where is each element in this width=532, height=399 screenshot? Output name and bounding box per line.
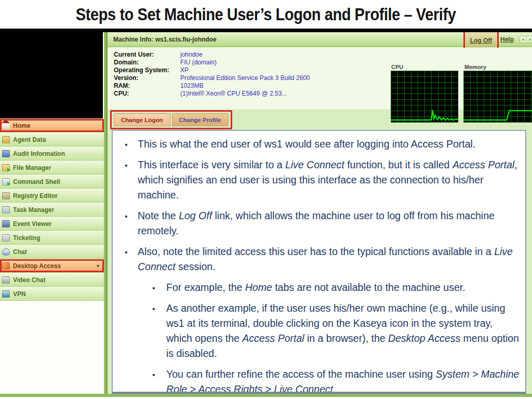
audit-information-icon [2, 150, 10, 157]
sidebar-item-label: Ticketing [13, 234, 40, 242]
sidebar-item-label: Task Manager [13, 206, 54, 214]
sidebar-item-event-viewer[interactable]: Event Viewer [0, 217, 104, 231]
cpu-graph-label: CPU [391, 64, 403, 70]
sidebar-item-command-shell[interactable]: Command Shell [0, 175, 104, 189]
sidebar-item-desktop-access[interactable]: Desktop Access▾ [0, 259, 104, 273]
cpu-usage-graph [391, 71, 458, 123]
sidebar-item-chat[interactable]: Chat [0, 245, 104, 259]
task-manager-icon [2, 206, 10, 214]
help-link[interactable]: Help [500, 36, 514, 43]
machine-detail-label: Current User: [114, 51, 180, 59]
blacked-out-logo-region [0, 32, 103, 118]
sidebar-item-registry-editor[interactable]: Registry Editor [0, 189, 104, 203]
page-title: Steps to Set Machine User’s Logon and Pr… [0, 1, 532, 28]
machine-detail-value: johndoe [180, 51, 203, 59]
note-bullet: For example, the Home tabs are not avail… [113, 280, 525, 295]
note-bullet: This interface is very similar to a Live… [113, 157, 525, 203]
sidebar-item-label: Desktop Access [13, 262, 61, 270]
title-separator [0, 29, 532, 32]
tab-change-profile[interactable]: Change Profile [172, 113, 229, 126]
sidebar-item-label: Video Chat [13, 276, 45, 284]
machine-detail-row: Domain:FIU (domain) [114, 59, 310, 66]
collapse-up-button[interactable]: « [526, 36, 532, 43]
note-bullet: As another example, if the user uses his… [113, 301, 525, 361]
machine-detail-row: RAM:1023MB [114, 82, 310, 90]
machine-detail-value: (1)Intel® Xeon® CPU E5649 @ 2.53... [180, 90, 287, 98]
sidebar-item-label: Chat [13, 248, 27, 256]
sidebar-divider [104, 32, 108, 394]
video-chat-icon [2, 276, 10, 284]
bottom-border [0, 394, 532, 397]
notes-list: This is what the end user of ws1 would s… [113, 137, 525, 394]
sidebar-item-label: Audit Information [13, 150, 65, 157]
machine-info-bar: Machine Info: ws1.scis.fiu-johndoe Log O… [108, 32, 532, 47]
sidebar-item-label: Registry Editor [13, 192, 58, 200]
machine-detail-value: XP [180, 66, 189, 74]
machine-detail-row: Operating System:XP [114, 66, 310, 74]
portal-tabs: Change LogonChange Profile [114, 113, 229, 126]
machine-info-title: Machine Info: ws1.scis.fiu-johndoe [108, 36, 217, 43]
machine-detail-value: Professional Edition Service Pack 3 Buil… [180, 74, 310, 82]
machine-detail-value: FIU (domain) [180, 59, 217, 66]
sidebar-item-label: VPN [13, 290, 26, 298]
desktop-access-icon [2, 262, 10, 270]
machine-detail-row: Version:Professional Edition Service Pac… [114, 74, 310, 82]
sidebar-item-task-manager[interactable]: Task Manager [0, 203, 104, 217]
annotation-box-tabs: Change LogonChange Profile [110, 110, 232, 129]
machine-detail-row: CPU:(1)Intel® Xeon® CPU E5649 @ 2.53... [114, 90, 310, 98]
machine-detail-value: 1023MB [180, 82, 204, 90]
event-viewer-icon [2, 220, 10, 228]
tab-change-logon[interactable]: Change Logon [114, 113, 170, 126]
ticketing-icon [2, 234, 10, 242]
machine-detail-label: Domain: [114, 59, 180, 66]
note-bullet: Note the Log Off link, which allows the … [113, 208, 525, 238]
chat-icon [2, 248, 10, 256]
machine-detail-label: Version: [114, 74, 180, 82]
sidebar-item-ticketing[interactable]: Ticketing [0, 231, 104, 245]
file-manager-icon [2, 164, 10, 171]
chevron-left-icon: « [522, 37, 524, 42]
memory-usage-graph [463, 71, 532, 123]
sidebar-item-vpn[interactable]: VPN [0, 287, 104, 301]
sidebar-item-file-manager[interactable]: File Manager [0, 161, 104, 175]
memory-graph-label: Memory [464, 64, 486, 70]
log-off-link[interactable]: Log Off [470, 37, 493, 44]
agent-data-icon [2, 136, 10, 143]
machine-info-panel: Current User:johndoeDomain:FIU (domain)O… [108, 48, 532, 109]
sidebar-item-label: Agent Data [13, 136, 46, 143]
sidebar-item-label: Command Shell [13, 178, 60, 185]
machine-detail-label: CPU: [114, 90, 180, 98]
sidebar: HomeAgent DataAudit InformationFile Mana… [0, 32, 104, 394]
notes-panel: This is what the end user of ws1 would s… [112, 130, 526, 394]
machine-detail-row: Current User:johndoe [114, 51, 310, 59]
chevron-up-icon: « [527, 38, 532, 41]
home-icon [2, 122, 10, 129]
note-bullet: You can further refine the access of the… [113, 367, 525, 394]
sidebar-item-label: File Manager [13, 164, 51, 171]
sidebar-item-video-chat[interactable]: Video Chat [0, 273, 104, 287]
sidebar-item-label: Event Viewer [13, 220, 51, 228]
vpn-icon [2, 290, 10, 298]
dropdown-caret-icon[interactable]: ▾ [97, 263, 99, 269]
machine-detail-label: Operating System: [114, 66, 180, 74]
collapse-left-button[interactable]: « [520, 36, 527, 43]
note-bullet: This is what the end user of ws1 would s… [113, 137, 525, 152]
sidebar-item-label: Home [13, 122, 30, 129]
machine-detail-label: RAM: [114, 82, 180, 90]
portal-main: Machine Info: ws1.scis.fiu-johndoe Log O… [108, 32, 532, 394]
sidebar-item-agent-data[interactable]: Agent Data [0, 132, 104, 147]
command-shell-icon [2, 178, 10, 185]
sidebar-item-audit-information[interactable]: Audit Information [0, 147, 104, 161]
machine-details: Current User:johndoeDomain:FIU (domain)O… [114, 51, 310, 98]
registry-editor-icon [2, 192, 10, 200]
note-bullet: Also, note the limited access this user … [113, 244, 525, 274]
sidebar-menu: HomeAgent DataAudit InformationFile Mana… [0, 118, 104, 301]
sidebar-item-home[interactable]: Home [0, 118, 104, 132]
